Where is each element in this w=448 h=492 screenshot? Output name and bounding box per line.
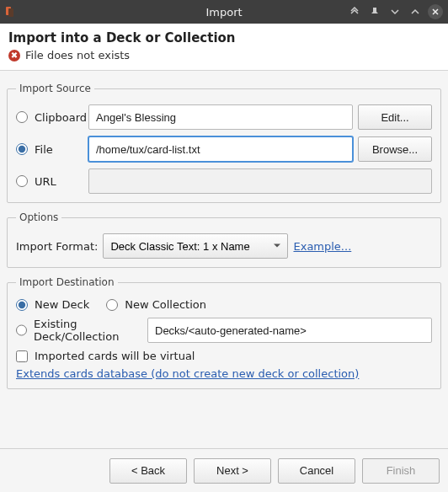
clipboard-radio[interactable]: [16, 111, 28, 123]
error-message: ✖ File does not exists: [8, 49, 440, 62]
import-destination-legend: Import Destination: [16, 276, 118, 288]
example-link[interactable]: Example...: [293, 240, 351, 253]
import-destination-group: Import Destination New Deck New Collecti…: [7, 276, 441, 389]
url-input[interactable]: [88, 168, 432, 194]
new-deck-radio[interactable]: [16, 299, 28, 311]
finish-button[interactable]: Finish: [362, 458, 440, 484]
file-label: File: [35, 143, 83, 156]
clipboard-input[interactable]: [88, 104, 353, 130]
url-label: URL: [35, 175, 83, 188]
dialog-content: Import Source Clipboard Edit... File Bro…: [0, 71, 448, 404]
dialog-heading: Import into a Deck or Collection: [8, 30, 440, 45]
url-radio[interactable]: [16, 175, 28, 187]
error-text: File does not exists: [25, 49, 130, 62]
titlebar-buttons: [347, 4, 443, 19]
titlebar: Import: [0, 0, 448, 24]
virtual-checkbox[interactable]: [16, 350, 28, 362]
pin-icon[interactable]: [367, 4, 382, 19]
clipboard-label: Clipboard: [35, 111, 83, 124]
new-deck-option[interactable]: New Deck: [16, 298, 89, 311]
new-collection-radio[interactable]: [106, 299, 118, 311]
format-label: Import Format:: [16, 240, 98, 253]
dialog-header: Import into a Deck or Collection ✖ File …: [0, 24, 448, 71]
options-legend: Options: [16, 211, 61, 223]
new-deck-label: New Deck: [35, 298, 89, 311]
existing-path-input[interactable]: [147, 318, 432, 343]
file-radio[interactable]: [16, 143, 28, 155]
svg-rect-1: [8, 8, 13, 17]
existing-label: Existing Deck/Collection: [34, 318, 142, 343]
new-collection-label: New Collection: [125, 298, 206, 311]
new-collection-option[interactable]: New Collection: [106, 298, 206, 311]
options-group: Options Import Format: Deck Classic Text…: [7, 211, 441, 268]
virtual-label: Imported cards will be virtual: [35, 350, 195, 362]
minimize-icon[interactable]: [387, 4, 403, 19]
import-source-group: Import Source Clipboard Edit... File Bro…: [7, 83, 441, 203]
app-icon: [5, 5, 19, 19]
rollup-icon[interactable]: [347, 4, 362, 19]
error-icon: ✖: [8, 50, 20, 62]
cancel-button[interactable]: Cancel: [278, 458, 355, 484]
existing-radio[interactable]: [16, 324, 27, 336]
browse-button[interactable]: Browse...: [358, 136, 432, 162]
close-icon[interactable]: [428, 4, 443, 19]
import-source-legend: Import Source: [16, 83, 94, 94]
import-format-select[interactable]: Deck Classic Text: 1 x Name: [103, 233, 288, 259]
back-button[interactable]: < Back: [109, 458, 187, 484]
file-input[interactable]: [88, 136, 353, 162]
next-button[interactable]: Next >: [194, 458, 271, 484]
wizard-footer: < Back Next > Cancel Finish: [0, 448, 448, 492]
extends-db-link[interactable]: Extends cards database (do not create ne…: [16, 367, 359, 380]
maximize-icon[interactable]: [408, 4, 423, 19]
edit-button[interactable]: Edit...: [358, 104, 432, 130]
